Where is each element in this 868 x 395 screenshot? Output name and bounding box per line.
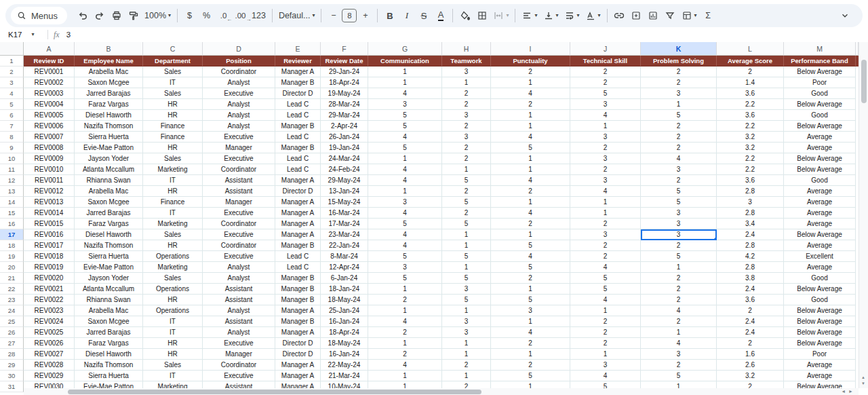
cell-M29[interactable]: Average [784, 360, 856, 371]
cell-A9[interactable]: REV0008 [24, 143, 75, 153]
cell-D7[interactable]: Analyst [203, 121, 275, 132]
cell-F27[interactable]: 18-May-24 [321, 338, 368, 349]
cell-D11[interactable]: Coordinator [203, 164, 275, 175]
cell-J12[interactable]: 3 [570, 175, 641, 186]
cell-B29[interactable]: Nazifa Thomson [75, 360, 143, 371]
cell-G24[interactable]: 1 [368, 305, 442, 316]
cell-D6[interactable]: Analyst [203, 110, 275, 121]
cell-I1[interactable]: Punctuality [491, 56, 570, 67]
cell-J28[interactable]: 1 [570, 349, 641, 360]
cell-D9[interactable]: Manager [203, 143, 275, 153]
cell-K3[interactable]: 2 [641, 77, 717, 88]
col-header-G[interactable]: G [368, 42, 442, 56]
cell-D4[interactable]: Executive [203, 88, 275, 99]
cell-J13[interactable]: 4 [570, 186, 641, 197]
row-header-16[interactable]: 16 [0, 219, 24, 229]
cell-F15[interactable]: 16-Mar-24 [321, 208, 368, 219]
cell-M17[interactable]: Below Average [784, 229, 856, 240]
cell-H22[interactable]: 3 [442, 284, 491, 295]
more-formats-button[interactable]: 123 [249, 7, 269, 24]
cell-C1[interactable]: Department [143, 56, 203, 67]
row-header-19[interactable]: 19 [0, 251, 24, 262]
cell-M26[interactable]: Below Average [784, 327, 856, 338]
cell-M24[interactable]: Below Average [784, 305, 856, 316]
format-percent-button[interactable]: % [198, 7, 215, 24]
cell-F19[interactable]: 8-Mar-24 [321, 251, 368, 262]
cell-C5[interactable]: HR [143, 99, 203, 110]
row-header-23[interactable]: 23 [0, 295, 24, 305]
cell-H8[interactable]: 3 [442, 132, 491, 143]
cell-I7[interactable]: 1 [491, 121, 570, 132]
cell-H12[interactable]: 5 [442, 175, 491, 186]
cell-F3[interactable]: 18-Apr-24 [321, 77, 368, 88]
cell-J26[interactable]: 2 [570, 327, 641, 338]
cell-L7[interactable]: 2.2 [717, 121, 784, 132]
text-color-button[interactable]: A [432, 7, 449, 24]
cell-B27[interactable]: Faraz Vargas [75, 338, 143, 349]
cell-K23[interactable]: 2 [641, 295, 717, 305]
cell-E13[interactable]: Director D [275, 186, 321, 197]
cell-F5[interactable]: 28-Mar-24 [321, 99, 368, 110]
cell-D13[interactable]: Assistant [203, 186, 275, 197]
cell-M15[interactable]: Average [784, 208, 856, 219]
cell-G21[interactable]: 5 [368, 273, 442, 284]
row-header-1[interactable]: 1 [0, 56, 24, 67]
cell-L3[interactable]: 1.4 [717, 77, 784, 88]
cell-L1[interactable]: Average Score [717, 56, 784, 67]
cell-G23[interactable]: 2 [368, 295, 442, 305]
cell-L18[interactable]: 2.8 [717, 240, 784, 251]
cell-K12[interactable]: 2 [641, 175, 717, 186]
cell-C20[interactable]: Marketing [143, 262, 203, 273]
col-header-C[interactable]: C [143, 42, 203, 56]
cell-J21[interactable]: 5 [570, 273, 641, 284]
cell-A12[interactable]: REV0011 [24, 175, 75, 186]
cell-L21[interactable]: 3.8 [717, 273, 784, 284]
row-header-7[interactable]: 7 [0, 121, 24, 132]
cell-I6[interactable]: 1 [491, 110, 570, 121]
cell-L20[interactable]: 2.8 [717, 262, 784, 273]
cell-J18[interactable]: 2 [570, 240, 641, 251]
insert-comment-button[interactable] [628, 7, 645, 24]
cell-C16[interactable]: Marketing [143, 219, 203, 229]
cell-L5[interactable]: 2.2 [717, 99, 784, 110]
cell-M19[interactable]: Excellent [784, 251, 856, 262]
cell-A30[interactable]: REV0029 [24, 371, 75, 381]
cell-B12[interactable]: Rhianna Swan [75, 175, 143, 186]
cell-C13[interactable]: HR [143, 186, 203, 197]
cell-H18[interactable]: 1 [442, 240, 491, 251]
cell-I15[interactable]: 4 [491, 208, 570, 219]
cell-B9[interactable]: Evie-Mae Patton [75, 143, 143, 153]
row-header-20[interactable]: 20 [0, 262, 24, 273]
row-header-27[interactable]: 27 [0, 338, 24, 349]
cell-G4[interactable]: 4 [368, 88, 442, 99]
row-header-31[interactable]: 31 [0, 381, 24, 392]
cell-A21[interactable]: REV0020 [24, 273, 75, 284]
cell-E21[interactable]: Manager B [275, 273, 321, 284]
col-header-D[interactable]: D [203, 42, 275, 56]
cell-G11[interactable]: 4 [368, 164, 442, 175]
cell-C23[interactable]: HR [143, 295, 203, 305]
bold-button[interactable]: B [381, 7, 398, 24]
cell-B3[interactable]: Saxon Mcgee [75, 77, 143, 88]
cell-A27[interactable]: REV0026 [24, 338, 75, 349]
row-header-30[interactable]: 30 [0, 371, 24, 381]
cell-L8[interactable]: 3.2 [717, 132, 784, 143]
row-header-11[interactable]: 11 [0, 164, 24, 175]
cell-M4[interactable]: Good [784, 88, 856, 99]
cell-A8[interactable]: REV0007 [24, 132, 75, 143]
cell-E29[interactable]: Manager A [275, 360, 321, 371]
cell-C28[interactable]: HR [143, 349, 203, 360]
cell-L6[interactable]: 3.6 [717, 110, 784, 121]
cell-F20[interactable]: 12-Apr-24 [321, 262, 368, 273]
cell-B23[interactable]: Rhianna Swan [75, 295, 143, 305]
cell-F8[interactable]: 26-Jan-24 [321, 132, 368, 143]
fill-handle[interactable] [714, 238, 717, 240]
cell-G30[interactable]: 1 [368, 371, 442, 381]
scroll-down-icon[interactable]: ▼ [861, 381, 865, 385]
functions-button[interactable]: Σ [700, 7, 717, 24]
cell-A28[interactable]: REV0027 [24, 349, 75, 360]
cell-M23[interactable]: Good [784, 295, 856, 305]
cell-E12[interactable]: Manager A [275, 175, 321, 186]
row-header-3[interactable]: 3 [0, 77, 24, 88]
cell-L12[interactable]: 3.6 [717, 175, 784, 186]
